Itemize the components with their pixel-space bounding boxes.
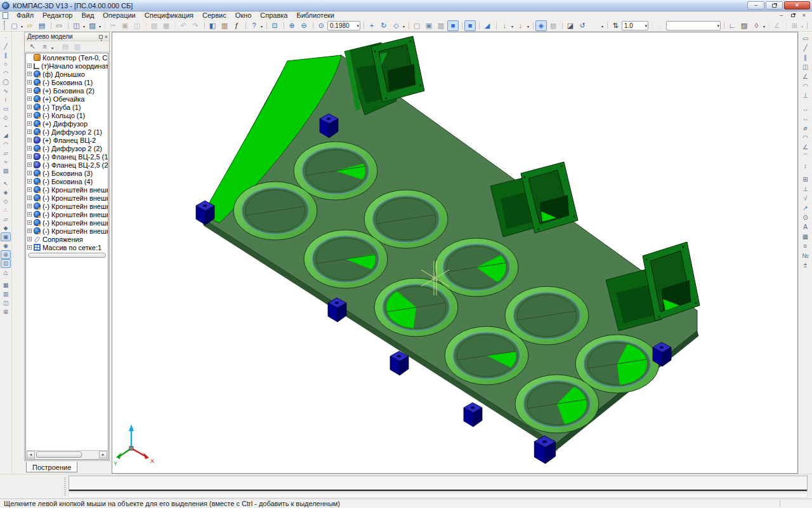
macro-button[interactable]: ▦ (1, 281, 11, 290)
condition-button[interactable]: ± (800, 260, 811, 270)
tree-item[interactable]: (+) Обечайка (26, 95, 108, 103)
geometry-point-button[interactable]: · (1, 33, 11, 42)
plane-through-vertex-button[interactable]: ◫ (800, 62, 811, 72)
scroll-right-icon[interactable]: ▸ (99, 451, 107, 458)
dimension-radial-button[interactable]: ◠ (800, 133, 811, 142)
scroll-left-icon[interactable]: ◂ (27, 451, 35, 458)
menu-item[interactable]: Редактор (38, 11, 77, 19)
cut-button[interactable]: ✂ (107, 20, 119, 31)
insert-view-button[interactable]: ⊞ (1, 307, 11, 316)
marking-button[interactable]: ⊙ (800, 213, 811, 222)
tree-item[interactable]: (-) Боковина (4) (26, 177, 108, 185)
tree-item[interactable]: (-) Кронштейн внешний (26, 218, 108, 227)
filter-vertices-button[interactable]: ∴ (1, 206, 11, 215)
new-document-button[interactable]: ▢ (8, 20, 23, 31)
tree-item[interactable]: (-) Кронштейн внешний (26, 194, 108, 202)
insert-object-button[interactable]: ▨ (86, 20, 102, 31)
rebuild-button[interactable]: ↺ (577, 20, 588, 31)
expand-icon[interactable] (27, 154, 32, 159)
tree-item[interactable]: (-) Боковина (1) (26, 78, 108, 86)
check-document-button[interactable]: ◪ (565, 20, 576, 31)
tree-item[interactable]: (-) Кронштейн внешний (26, 227, 108, 235)
scroll-thumb[interactable] (36, 451, 82, 458)
undo-button[interactable]: ↶ (178, 20, 189, 31)
expand-icon[interactable] (27, 80, 32, 84)
tree-horizontal-scrollbar[interactable]: ◂ ▸ (27, 450, 107, 458)
state-combo[interactable] (666, 21, 721, 30)
aux-axis-button[interactable]: ╱ (800, 43, 811, 53)
geometry-polygon-button[interactable]: ◇ (1, 113, 11, 122)
plane-normal-button[interactable]: ⊥ (800, 91, 811, 100)
tree-item[interactable]: (+) Фланец ВЦ-2 (26, 136, 108, 144)
property-bar-grip[interactable] (64, 478, 66, 495)
redo-button[interactable]: ↷ (190, 20, 201, 31)
tree-composition-button[interactable]: ≡ (39, 42, 54, 51)
wireframe-display-button[interactable]: ▢ (411, 20, 422, 31)
filter-surfaces-button[interactable]: ◆ (1, 224, 11, 232)
menu-item[interactable]: Операции (98, 11, 140, 19)
collections-button[interactable]: ≡ (800, 241, 811, 251)
shaded-edges-display-button[interactable]: ■ (464, 20, 476, 31)
tree-item[interactable]: (-) Кронштейн внешний (26, 202, 108, 210)
expand-icon[interactable] (27, 64, 32, 68)
geometry-bezier-button[interactable]: ≀ (1, 95, 11, 104)
expand-icon[interactable] (27, 237, 32, 241)
variables-button[interactable]: ƒ (231, 20, 242, 31)
hide-objects-button[interactable]: ↓ (514, 20, 530, 31)
expand-icon[interactable] (27, 196, 32, 200)
expand-icon[interactable] (27, 171, 32, 175)
hidden-lines-thin-display-button[interactable]: ▥ (435, 20, 447, 31)
geometry-arc-button[interactable]: ◠ (1, 69, 11, 77)
select-volume-button[interactable]: △ (1, 268, 11, 277)
tree-item[interactable]: (-) Фланец ВЦ-2,5 (2) (26, 161, 108, 169)
expand-icon[interactable] (27, 72, 32, 76)
shaded-display-button[interactable]: ■ (447, 20, 459, 31)
pan-view-button[interactable]: + (366, 20, 377, 31)
tree-item[interactable]: (-) Кронштейн внешний (26, 210, 108, 218)
expand-icon[interactable] (27, 105, 32, 109)
expand-icon[interactable] (27, 212, 32, 217)
tree-item[interactable]: (т)Начало координат (26, 62, 108, 70)
diffuser-opening[interactable] (515, 375, 599, 433)
zoom-selected-button[interactable]: ⊙ (315, 20, 327, 31)
library-button[interactable]: ▥ (1, 290, 11, 298)
section-display-button[interactable]: ▩ (547, 20, 559, 31)
expand-icon[interactable] (27, 187, 32, 192)
grid-button[interactable]: ⊞ (789, 20, 804, 31)
filter-all-button[interactable]: ↖ (1, 179, 11, 188)
menu-item[interactable]: Библиотеки (292, 11, 339, 19)
expand-icon[interactable] (27, 113, 32, 117)
zoom-in-button[interactable]: ⊕ (286, 20, 298, 31)
context-help-button[interactable]: ? (248, 20, 263, 31)
surface-finish-button[interactable]: √ (800, 194, 811, 203)
geometry-curve-button[interactable]: ~ (1, 122, 11, 131)
dimension-linear-button[interactable]: ↔ (800, 114, 811, 123)
tolerance-frame-button[interactable]: ⊞ (800, 175, 811, 184)
hide-components-button[interactable]: ↓ (499, 20, 514, 31)
geometry-ellipse-button[interactable]: ◯ (1, 77, 11, 86)
expand-icon[interactable] (27, 88, 32, 93)
geometry-hatch-button[interactable]: ▨ (1, 166, 11, 175)
expand-icon[interactable] (27, 146, 32, 150)
dimension-auto-button[interactable]: ↔ (800, 104, 811, 114)
save-document-button[interactable]: ▤ (36, 20, 48, 31)
tree-item[interactable]: (-) Боковина (3) (26, 169, 108, 177)
more-commands-button[interactable] (589, 20, 604, 31)
tab-construction[interactable]: Построение (26, 462, 77, 472)
menu-item[interactable]: Вид (77, 11, 98, 19)
object-properties-button[interactable]: ▦ (160, 20, 172, 31)
tree-relations-button[interactable]: ↖ (27, 42, 38, 51)
diffuser-opening[interactable] (233, 182, 317, 240)
tree-item[interactable]: Коллектор (Тел-0, Сборочнь (26, 53, 108, 62)
expand-icon[interactable] (27, 220, 32, 225)
geometry-parallel-line-button[interactable]: ∥ (1, 51, 11, 60)
refresh-links-button[interactable]: ◌ (654, 20, 665, 31)
dimension-height-button[interactable]: ↕ (800, 161, 811, 171)
tree-close-icon[interactable]: × (105, 34, 108, 39)
tree-item[interactable]: (-) Кольцо (1) (26, 111, 108, 119)
geometry-contour-button[interactable]: ▱ (1, 149, 11, 157)
tree-inner-scrollbar[interactable] (28, 253, 106, 258)
position-number-button[interactable]: № (800, 251, 811, 260)
paste-button[interactable]: ◫ (131, 20, 143, 31)
fragment-button[interactable]: ◫ (1, 298, 11, 307)
